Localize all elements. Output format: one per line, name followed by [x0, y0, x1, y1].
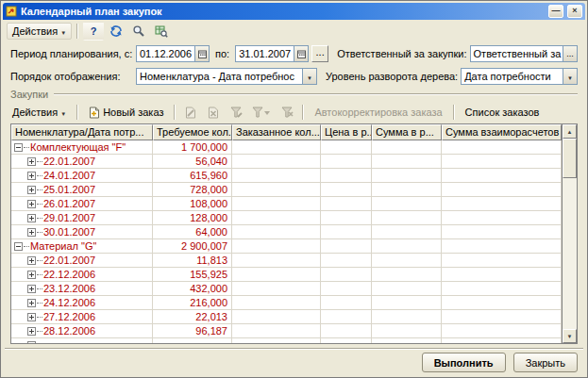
chevron-down-icon[interactable]: [302, 69, 316, 84]
expand-icon[interactable]: [27, 228, 36, 237]
delete-document-icon: [208, 107, 220, 119]
minimize-button[interactable]: —: [548, 5, 563, 18]
app-icon: [6, 6, 17, 17]
edit-order-button-disabled[interactable]: [180, 103, 201, 122]
table-row[interactable]: Комплектующая "F"1 700,000: [11, 140, 562, 155]
settlement-sum-cell: [442, 197, 562, 211]
row-label: 22.12.2006: [43, 269, 95, 280]
scroll-down-button[interactable]: ▼: [563, 329, 577, 343]
column-header[interactable]: Сумма в р...: [372, 124, 442, 140]
expand-icon[interactable]: [27, 313, 36, 321]
expand-icon[interactable]: [27, 271, 36, 279]
period-from-field[interactable]: 01.12.2006: [136, 45, 210, 62]
table-row[interactable]: 23.12.2006432,000: [11, 282, 562, 296]
responsible-more-button[interactable]: ...: [563, 46, 577, 61]
run-button[interactable]: Выполнить: [422, 353, 506, 372]
new-document-icon: [89, 107, 100, 119]
settlement-sum-cell: [442, 155, 562, 169]
clear-filter-button-disabled[interactable]: [277, 103, 297, 122]
tree-connector: [37, 232, 42, 233]
close-order-button-disabled[interactable]: [203, 103, 224, 122]
tree-connector: [24, 147, 29, 148]
price-cell: [321, 197, 372, 211]
period-to-field[interactable]: 31.01.2007: [235, 45, 309, 62]
actions-button[interactable]: Действия: [7, 23, 72, 40]
expand-icon[interactable]: [27, 256, 36, 265]
help-button[interactable]: ?: [83, 22, 104, 41]
table-row[interactable]: 22.01.200756,040: [11, 155, 562, 169]
settlement-sum-cell: [442, 211, 562, 225]
tree-connector: [37, 303, 42, 304]
tree-connector: [37, 331, 42, 332]
expand-icon[interactable]: [27, 214, 36, 222]
expand-icon[interactable]: [27, 285, 36, 293]
collapse-icon[interactable]: [14, 242, 23, 251]
tree-connector: [37, 189, 42, 190]
responsible-field[interactable]: Ответственный за закупки = "Н... ...: [470, 45, 578, 62]
row-label: 26.01.2007: [43, 198, 95, 209]
autocorrect-label: Автокорректировка заказа: [314, 107, 442, 118]
column-header[interactable]: Номенклатура/Дата потр...: [11, 124, 153, 140]
item-cell: [11, 338, 153, 343]
calendar-icon[interactable]: [294, 46, 308, 61]
tree-connector: [37, 288, 42, 289]
expand-icon[interactable]: [27, 341, 36, 344]
display-order-select[interactable]: Номенклатура - Дата потребнос: [136, 68, 317, 85]
scroll-up-button[interactable]: ▲: [563, 124, 577, 139]
expand-icon[interactable]: [27, 299, 36, 307]
table-row[interactable]: 30.01.200764,000: [11, 225, 562, 239]
footer: Выполнить Закрыть: [3, 350, 585, 375]
collapse-icon[interactable]: [14, 143, 23, 152]
tree-level-select[interactable]: Дата потребности: [461, 68, 578, 85]
table-row[interactable]: 27.12.200622,013: [11, 310, 562, 324]
filter-row-order: Порядок отображения: Номенклатура - Дата…: [3, 65, 585, 88]
expand-icon[interactable]: [27, 172, 36, 180]
table-row[interactable]: 22.01.200711,813: [11, 254, 562, 268]
output-list-button[interactable]: [151, 22, 172, 41]
purchases-actions-button[interactable]: Действия: [7, 104, 72, 121]
filter-settings-button-disabled[interactable]: [226, 103, 246, 122]
new-order-label: Новый заказ: [103, 107, 163, 118]
expand-icon[interactable]: [27, 186, 36, 194]
sum-cell: [372, 140, 442, 155]
orders-list-button[interactable]: Список заказов: [460, 104, 546, 121]
column-header[interactable]: Требуемое кол...: [153, 124, 232, 140]
table-row[interactable]: 24.12.2006216,000: [11, 296, 562, 310]
expand-icon[interactable]: [27, 200, 36, 208]
column-header[interactable]: Заказанное кол...: [232, 124, 321, 140]
expand-icon[interactable]: [27, 157, 36, 166]
scroll-thumb[interactable]: [563, 139, 577, 178]
chevron-down-icon[interactable]: [563, 69, 577, 84]
column-header[interactable]: Сумма взаиморасчетов: [442, 124, 562, 140]
refresh-button[interactable]: [106, 22, 126, 41]
new-order-button[interactable]: Новый заказ: [83, 104, 169, 122]
row-label: 24.01.2007: [43, 170, 95, 181]
period-more-button[interactable]: ...: [311, 45, 328, 62]
table-row[interactable]: 25.01.2007728,000: [11, 183, 562, 197]
settlement-sum-cell: [442, 268, 562, 282]
item-cell: 28.12.2006: [11, 324, 153, 338]
item-cell: Материал "G": [11, 239, 153, 254]
close-button[interactable]: Закрыть: [513, 353, 578, 372]
autocorrect-order-button[interactable]: Автокорректировка заказа: [309, 104, 447, 121]
calendar-icon[interactable]: [194, 46, 209, 61]
vertical-scrollbar[interactable]: ▲ ▼: [562, 124, 577, 343]
find-button[interactable]: [128, 22, 149, 41]
column-header[interactable]: Цена в р...: [321, 124, 372, 140]
scroll-track[interactable]: [563, 139, 577, 329]
table-row[interactable]: 22.12.2006155,925: [11, 268, 562, 282]
table-row[interactable]: 24.01.2007615,960: [11, 169, 562, 183]
table-row[interactable]: 26.01.2007108,000: [11, 197, 562, 211]
required-qty-cell: 2 900,007: [153, 239, 232, 254]
required-qty-cell: 615,960: [153, 169, 232, 183]
filter-by-value-button-disabled[interactable]: [248, 103, 275, 122]
table-row[interactable]: Материал "G"2 900,007: [11, 239, 562, 254]
item-cell: 30.01.2007: [11, 225, 153, 239]
table-row[interactable]: 28.12.200696,187: [11, 324, 562, 338]
expand-icon[interactable]: [27, 327, 36, 336]
sum-cell: [372, 324, 442, 338]
purchases-group-header: Закупки: [3, 88, 585, 101]
close-window-button[interactable]: ×: [567, 5, 582, 18]
table-row[interactable]: 29.01.2007128,000: [11, 211, 562, 225]
group-divider: [54, 93, 578, 95]
